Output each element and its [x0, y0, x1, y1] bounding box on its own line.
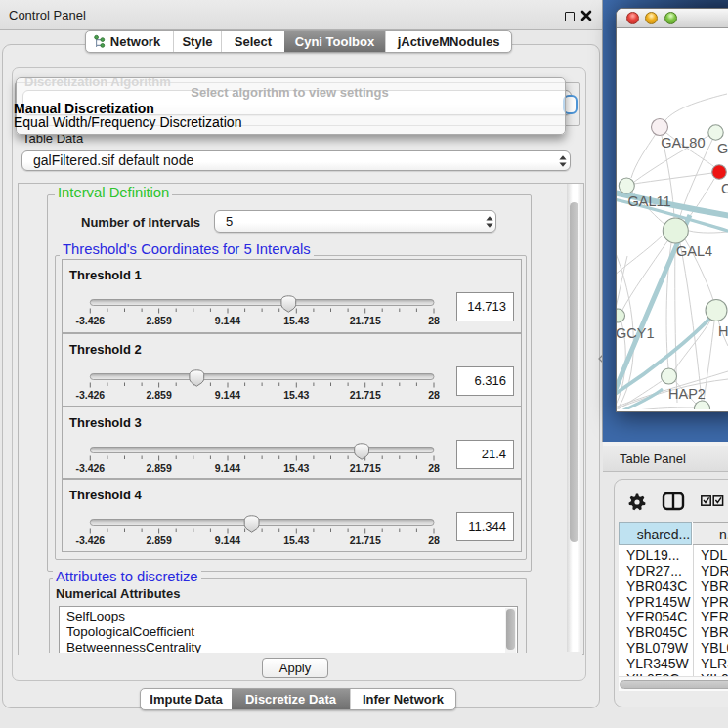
svg-text:21.715: 21.715 [350, 535, 381, 546]
svg-text:-3.426: -3.426 [75, 315, 105, 326]
svg-text:GA: GA [717, 141, 728, 156]
svg-text:9.144: 9.144 [215, 389, 240, 401]
svg-text:H: H [718, 323, 728, 339]
svg-text:2.859: 2.859 [146, 389, 171, 401]
svg-text:28: 28 [428, 389, 440, 401]
svg-text:2.859: 2.859 [146, 315, 171, 326]
svg-text:21.715: 21.715 [350, 389, 381, 401]
svg-text:9.144: 9.144 [215, 315, 240, 326]
svg-text:GAL11: GAL11 [628, 193, 671, 209]
svg-text:GAL4: GAL4 [676, 243, 712, 259]
svg-text:9.144: 9.144 [215, 535, 240, 546]
svg-text:28: 28 [428, 462, 440, 474]
svg-text:HAP2: HAP2 [668, 386, 706, 402]
svg-text:21.715: 21.715 [350, 462, 381, 474]
svg-text:-3.426: -3.426 [75, 535, 105, 546]
svg-text:28: 28 [428, 535, 440, 546]
svg-text:-3.426: -3.426 [75, 462, 105, 474]
svg-text:-3.426: -3.426 [75, 389, 105, 401]
svg-text:15.43: 15.43 [283, 315, 309, 326]
svg-text:2.859: 2.859 [146, 535, 171, 546]
svg-text:15.43: 15.43 [283, 462, 309, 474]
svg-text:21.715: 21.715 [350, 315, 381, 326]
svg-text:9.144: 9.144 [215, 462, 240, 474]
svg-text:15.43: 15.43 [283, 535, 309, 546]
svg-text:C: C [721, 181, 728, 196]
svg-text:GAL80: GAL80 [661, 135, 705, 150]
svg-text:GCY1: GCY1 [617, 325, 655, 341]
svg-text:28: 28 [428, 315, 440, 326]
svg-text:2.859: 2.859 [146, 462, 171, 474]
svg-text:15.43: 15.43 [283, 389, 309, 401]
